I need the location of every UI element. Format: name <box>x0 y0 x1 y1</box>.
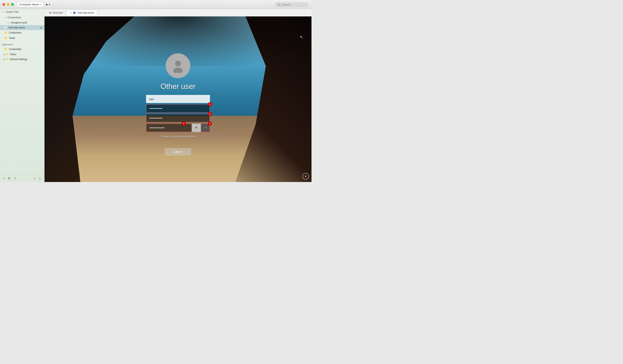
cancel-button[interactable]: Cancel <box>165 148 191 155</box>
password-field-2-wrapper: 2 <box>146 114 210 122</box>
search-box[interactable]: 🔍 Search <box>275 2 308 7</box>
application-section-label: Application <box>0 41 44 46</box>
tab-hub-step-stone[interactable]: ✕ hub-step-stone <box>66 10 97 16</box>
titlebar: Computer Name ▾ ▶ ▾ 🔍 Search <box>0 0 312 9</box>
chevron-right-icon: ▶ <box>4 53 5 55</box>
computer-name-label: Computer Name <box>19 3 39 6</box>
sidebar-item-label: Credentials <box>9 31 22 34</box>
eject-icon[interactable]: ⏏ <box>40 26 42 29</box>
cursor-dot <box>305 176 306 177</box>
connection-active-icon: ⬜ <box>4 26 7 29</box>
right-panel: ⊞ Overview ✕ hub-step-stone ↖ <box>44 9 312 182</box>
sidebar-item-tasks-root[interactable]: 📁 Tasks <box>0 35 44 41</box>
grid-icon: ⊞ <box>49 11 51 14</box>
badge-2: 2 <box>208 112 212 116</box>
username-input[interactable] <box>146 95 210 103</box>
password-submit-wrapper: 👁 → 3 4 <box>146 124 210 132</box>
eye-icon: 👁 <box>195 126 198 130</box>
sidebar-connections-header[interactable]: ▼ Connections <box>0 15 44 20</box>
play-footer-button[interactable]: ▷ <box>38 176 42 180</box>
sidebar-root-label: Oracle TSX <box>6 10 19 13</box>
share-button[interactable]: ↗ <box>13 176 17 180</box>
main-layout: ⚠ Oracle TSX ▼ Connections ⬜ ihoogend-vp… <box>0 9 312 182</box>
user-avatar-icon <box>171 59 185 73</box>
user-label: Other user <box>160 82 196 91</box>
cursor-indicator <box>302 173 309 180</box>
login-panel: Other user 1 2 <box>146 53 210 155</box>
tab-bar: ⊞ Overview ✕ hub-step-stone <box>44 9 312 17</box>
user-avatar <box>166 53 190 78</box>
folder-icon: 📁 <box>4 31 8 34</box>
svg-point-0 <box>175 61 181 66</box>
gear-button[interactable]: ⚙ <box>7 176 11 180</box>
search-placeholder: Search <box>282 3 290 6</box>
sidebar-item-label: hub-step-stone <box>8 26 25 29</box>
sidebar-item-label: Tasks <box>9 37 15 40</box>
mouse-cursor: ↖ <box>300 35 303 40</box>
reset-password-link[interactable]: Create a password reset disk <box>161 135 195 138</box>
connections-label: Connections <box>7 16 21 19</box>
show-password-button[interactable]: 👁 <box>192 124 201 132</box>
computer-name-dropdown[interactable]: Computer Name ▾ <box>17 2 44 7</box>
play-icon: ▶ <box>46 3 48 6</box>
minimize-button[interactable] <box>7 3 9 6</box>
sidebar-item-credentials-root[interactable]: 📁 Credentials <box>0 30 44 35</box>
tab-label: Overview <box>52 11 63 14</box>
badge-1: 1 <box>208 102 212 106</box>
star-button[interactable]: ☆ <box>32 176 37 180</box>
login-fields: 1 2 👁 <box>146 95 210 132</box>
sidebar-item-hub[interactable]: ⬜ hub-step-stone ⏏ <box>0 25 44 30</box>
content-area: ↖ Other user 1 <box>44 17 312 182</box>
arrow-right-icon: → <box>203 126 207 130</box>
warning-icon: ⚠ <box>2 10 5 14</box>
chevron-right-icon: ▶ <box>4 58 5 60</box>
password-row: 👁 → <box>146 124 210 132</box>
password-field-1-wrapper: 1 <box>146 104 210 113</box>
badge-3: 3 <box>182 122 186 126</box>
play-chevron-icon: ▾ <box>49 3 50 6</box>
close-tab-icon[interactable]: ✕ <box>70 11 72 14</box>
tab-overview[interactable]: ⊞ Overview <box>46 10 66 15</box>
tab-label: hub-step-stone <box>78 11 94 14</box>
folder-icon: 📁 <box>4 47 8 51</box>
sidebar-item-ihoogend[interactable]: ⬜ ihoogend-vps3 <box>0 20 44 25</box>
folder-icon: 📁 <box>6 53 9 56</box>
maximize-button[interactable] <box>11 3 14 6</box>
chevron-down-icon: ▾ <box>40 3 41 5</box>
add-button[interactable]: + <box>2 176 5 180</box>
sidebar-item-label: Tasks <box>10 53 16 56</box>
sidebar-item-credentials-app[interactable]: 📁 Credentials <box>0 46 44 52</box>
close-button[interactable] <box>2 3 5 6</box>
titlebar-center: ▶ ▾ <box>46 3 50 6</box>
svg-point-1 <box>173 67 183 73</box>
sidebar-item-label: Default Settings <box>10 58 27 61</box>
sidebar-toolbar: + ⚙ ↗ ☆ ▷ <box>0 174 44 182</box>
folder-icon: 📁 <box>4 36 8 40</box>
window-controls <box>2 3 14 6</box>
search-icon: 🔍 <box>277 3 281 6</box>
folder-icon: 📁 <box>6 58 9 61</box>
tab-status-icon <box>73 12 76 14</box>
sidebar-item-label: Credentials <box>9 48 22 51</box>
sidebar-item-default-settings[interactable]: ▶ 📁 Default Settings <box>0 57 44 62</box>
play-button[interactable]: ▶ ▾ <box>46 3 50 6</box>
sidebar-item-tasks-app[interactable]: ▶ 📁 Tasks <box>0 52 44 57</box>
badge-4: 4 <box>208 122 212 126</box>
sidebar-item-label: ihoogend-vps3 <box>11 21 27 24</box>
password-input-1[interactable] <box>146 104 210 113</box>
sidebar-root-header[interactable]: ⚠ Oracle TSX <box>0 9 44 15</box>
password-input-2[interactable] <box>146 114 210 122</box>
sidebar: ⚠ Oracle TSX ▼ Connections ⬜ ihoogend-vp… <box>0 9 44 182</box>
connection-icon: ⬜ <box>7 21 10 24</box>
chevron-down-icon: ▼ <box>4 17 6 19</box>
